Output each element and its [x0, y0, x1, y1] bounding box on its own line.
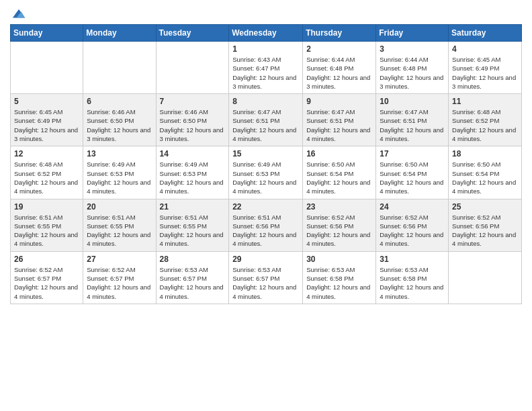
day-number: 19 [14, 202, 79, 212]
day-cell: 5Sunrise: 6:45 AM Sunset: 6:49 PM Daylig… [11, 94, 83, 146]
day-cell: 3Sunrise: 6:44 AM Sunset: 6:48 PM Daylig… [376, 42, 449, 94]
day-info: Sunrise: 6:51 AM Sunset: 6:55 PM Dayligh… [14, 213, 79, 248]
day-cell: 8Sunrise: 6:47 AM Sunset: 6:51 PM Daylig… [229, 94, 303, 146]
day-cell: 17Sunrise: 6:50 AM Sunset: 6:54 PM Dayli… [376, 146, 449, 199]
page: Sunday Monday Tuesday Wednesday Thursday… [0, 0, 532, 411]
day-cell [11, 42, 83, 94]
day-number: 24 [380, 202, 445, 212]
day-info: Sunrise: 6:53 AM Sunset: 6:57 PM Dayligh… [232, 265, 299, 301]
day-info: Sunrise: 6:50 AM Sunset: 6:54 PM Dayligh… [380, 160, 445, 195]
day-number: 2 [306, 44, 372, 54]
day-cell [156, 42, 229, 94]
logo [10, 7, 26, 19]
day-info: Sunrise: 6:45 AM Sunset: 6:49 PM Dayligh… [14, 107, 79, 143]
day-info: Sunrise: 6:51 AM Sunset: 6:55 PM Dayligh… [160, 213, 226, 248]
col-tuesday: Tuesday [156, 25, 229, 42]
logo-icon [11, 7, 26, 21]
day-cell: 12Sunrise: 6:48 AM Sunset: 6:52 PM Dayli… [11, 146, 83, 199]
day-cell: 13Sunrise: 6:49 AM Sunset: 6:53 PM Dayli… [83, 146, 156, 199]
day-info: Sunrise: 6:47 AM Sunset: 6:51 PM Dayligh… [232, 107, 299, 143]
day-info: Sunrise: 6:47 AM Sunset: 6:51 PM Dayligh… [306, 107, 372, 143]
day-info: Sunrise: 6:43 AM Sunset: 6:47 PM Dayligh… [232, 55, 299, 91]
calendar-table: Sunday Monday Tuesday Wednesday Thursday… [10, 24, 522, 304]
day-cell: 26Sunrise: 6:52 AM Sunset: 6:57 PM Dayli… [11, 251, 83, 304]
day-number: 15 [232, 149, 299, 158]
day-cell: 16Sunrise: 6:50 AM Sunset: 6:54 PM Dayli… [303, 146, 376, 199]
day-info: Sunrise: 6:44 AM Sunset: 6:48 PM Dayligh… [306, 55, 372, 91]
week-row-4: 19Sunrise: 6:51 AM Sunset: 6:55 PM Dayli… [11, 199, 522, 251]
day-info: Sunrise: 6:52 AM Sunset: 6:57 PM Dayligh… [14, 265, 79, 301]
day-cell: 9Sunrise: 6:47 AM Sunset: 6:51 PM Daylig… [303, 94, 376, 146]
day-info: Sunrise: 6:48 AM Sunset: 6:52 PM Dayligh… [14, 160, 79, 195]
week-row-1: 1Sunrise: 6:43 AM Sunset: 6:47 PM Daylig… [11, 42, 522, 94]
day-info: Sunrise: 6:49 AM Sunset: 6:53 PM Dayligh… [232, 160, 299, 195]
day-cell: 20Sunrise: 6:51 AM Sunset: 6:55 PM Dayli… [83, 199, 156, 251]
day-number: 1 [232, 44, 299, 54]
day-number: 13 [87, 149, 152, 158]
day-number: 26 [14, 255, 79, 264]
day-number: 12 [14, 149, 79, 158]
day-number: 29 [232, 255, 299, 264]
day-number: 11 [452, 97, 518, 106]
day-number: 30 [306, 255, 372, 264]
col-wednesday: Wednesday [229, 25, 303, 42]
day-number: 23 [306, 202, 372, 212]
col-monday: Monday [83, 25, 156, 42]
col-sunday: Sunday [11, 25, 83, 42]
day-info: Sunrise: 6:52 AM Sunset: 6:56 PM Dayligh… [380, 213, 445, 248]
day-cell: 6Sunrise: 6:46 AM Sunset: 6:50 PM Daylig… [83, 94, 156, 146]
day-cell: 27Sunrise: 6:52 AM Sunset: 6:57 PM Dayli… [83, 251, 156, 304]
day-number: 31 [380, 255, 445, 264]
day-info: Sunrise: 6:46 AM Sunset: 6:50 PM Dayligh… [87, 107, 152, 143]
day-info: Sunrise: 6:52 AM Sunset: 6:56 PM Dayligh… [452, 213, 518, 248]
col-friday: Friday [376, 25, 449, 42]
day-info: Sunrise: 6:49 AM Sunset: 6:53 PM Dayligh… [87, 160, 152, 195]
day-info: Sunrise: 6:51 AM Sunset: 6:55 PM Dayligh… [87, 213, 152, 248]
day-number: 25 [452, 202, 518, 212]
day-info: Sunrise: 6:48 AM Sunset: 6:52 PM Dayligh… [452, 107, 518, 143]
day-cell: 25Sunrise: 6:52 AM Sunset: 6:56 PM Dayli… [449, 199, 522, 251]
day-number: 7 [160, 97, 226, 106]
day-info: Sunrise: 6:53 AM Sunset: 6:58 PM Dayligh… [306, 265, 372, 301]
day-number: 16 [306, 149, 372, 158]
day-info: Sunrise: 6:44 AM Sunset: 6:48 PM Dayligh… [380, 55, 445, 91]
col-saturday: Saturday [449, 25, 522, 42]
day-cell: 11Sunrise: 6:48 AM Sunset: 6:52 PM Dayli… [449, 94, 522, 146]
day-number: 28 [160, 255, 226, 264]
day-cell: 24Sunrise: 6:52 AM Sunset: 6:56 PM Dayli… [376, 199, 449, 251]
day-number: 8 [232, 97, 299, 106]
day-cell: 2Sunrise: 6:44 AM Sunset: 6:48 PM Daylig… [303, 42, 376, 94]
day-cell: 19Sunrise: 6:51 AM Sunset: 6:55 PM Dayli… [11, 199, 83, 251]
header-row: Sunday Monday Tuesday Wednesday Thursday… [11, 25, 522, 42]
day-number: 5 [14, 97, 79, 106]
day-cell: 30Sunrise: 6:53 AM Sunset: 6:58 PM Dayli… [303, 251, 376, 304]
day-info: Sunrise: 6:46 AM Sunset: 6:50 PM Dayligh… [160, 107, 226, 143]
day-number: 17 [380, 149, 445, 158]
day-cell: 31Sunrise: 6:53 AM Sunset: 6:58 PM Dayli… [376, 251, 449, 304]
day-number: 20 [87, 202, 152, 212]
day-cell: 7Sunrise: 6:46 AM Sunset: 6:50 PM Daylig… [156, 94, 229, 146]
day-cell: 29Sunrise: 6:53 AM Sunset: 6:57 PM Dayli… [229, 251, 303, 304]
day-cell: 15Sunrise: 6:49 AM Sunset: 6:53 PM Dayli… [229, 146, 303, 199]
day-cell: 21Sunrise: 6:51 AM Sunset: 6:55 PM Dayli… [156, 199, 229, 251]
day-cell: 4Sunrise: 6:45 AM Sunset: 6:49 PM Daylig… [449, 42, 522, 94]
day-number: 27 [87, 255, 152, 264]
day-info: Sunrise: 6:50 AM Sunset: 6:54 PM Dayligh… [306, 160, 372, 195]
day-number: 21 [160, 202, 226, 212]
day-cell: 23Sunrise: 6:52 AM Sunset: 6:56 PM Dayli… [303, 199, 376, 251]
day-info: Sunrise: 6:52 AM Sunset: 6:56 PM Dayligh… [306, 213, 372, 248]
week-row-2: 5Sunrise: 6:45 AM Sunset: 6:49 PM Daylig… [11, 94, 522, 146]
day-info: Sunrise: 6:50 AM Sunset: 6:54 PM Dayligh… [452, 160, 518, 195]
day-info: Sunrise: 6:51 AM Sunset: 6:56 PM Dayligh… [232, 213, 299, 248]
day-number: 14 [160, 149, 226, 158]
day-cell: 18Sunrise: 6:50 AM Sunset: 6:54 PM Dayli… [449, 146, 522, 199]
day-number: 10 [380, 97, 445, 106]
day-cell [83, 42, 156, 94]
day-number: 3 [380, 44, 445, 54]
day-cell: 14Sunrise: 6:49 AM Sunset: 6:53 PM Dayli… [156, 146, 229, 199]
day-cell: 1Sunrise: 6:43 AM Sunset: 6:47 PM Daylig… [229, 42, 303, 94]
day-number: 6 [87, 97, 152, 106]
day-number: 9 [306, 97, 372, 106]
col-thursday: Thursday [303, 25, 376, 42]
day-number: 22 [232, 202, 299, 212]
